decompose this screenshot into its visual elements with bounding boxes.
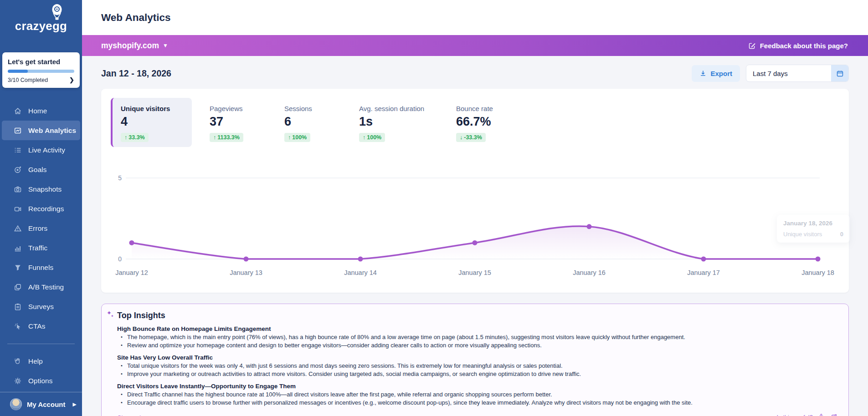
insights-footer: Change language Is this useful? (117, 413, 837, 416)
line-chart-svg: 05January 12January 13January 14January … (111, 169, 839, 282)
tooltip-series-label: Unique visitors (783, 231, 822, 238)
trend-arrow-icon: ↑ (363, 134, 365, 141)
insight-bullet: The homepage, which is the main entry po… (121, 333, 837, 341)
trend-badge: ↑100% (284, 133, 310, 142)
metric-label: Unique visitors (121, 105, 192, 112)
insight-group: Direct Visitors Leave Instantly—Opportun… (117, 383, 837, 406)
sidebar-item-home[interactable]: Home (2, 101, 80, 121)
thumbs-up-icon[interactable] (817, 413, 825, 416)
metric-pageviews[interactable]: Pageviews 37 ↑1133.3% (210, 98, 284, 147)
sidebar-item-help[interactable]: Help (2, 351, 80, 371)
metric-avg-session-duration[interactable]: Avg. session duration 1s ↑100% (359, 98, 456, 147)
calendar-icon (836, 70, 844, 77)
useful-prompt: Is this useful? (777, 414, 813, 416)
my-account-label: My Account (27, 401, 68, 408)
feedback-edit-icon (748, 42, 756, 50)
sidebar-item-label: CTAs (28, 322, 46, 330)
line-chart: 05January 12January 13January 14January … (111, 169, 839, 284)
list-icon (14, 146, 22, 154)
insights-title: Top Insights (117, 311, 837, 320)
change-language-link[interactable]: Change language (117, 414, 164, 416)
my-account[interactable]: My Account ▶ (0, 392, 82, 416)
target-icon (14, 166, 22, 174)
metric-value: 1s (359, 115, 456, 129)
sidebar-item-label: Goals (28, 166, 47, 174)
copy-icon (14, 283, 22, 291)
insight-bullet: Total unique visitors for the week was o… (121, 362, 837, 370)
home-icon (14, 107, 22, 115)
site-selector-dropdown[interactable]: myshopify.com ▼ (101, 41, 168, 51)
toolbar: Jan 12 - 18, 2026 Export Last 7 days (101, 65, 849, 82)
progress-label: 3/10 Completed (8, 77, 48, 83)
svg-text:January 13: January 13 (230, 269, 262, 276)
sidebar-item-label: Options (28, 377, 52, 385)
metric-sessions[interactable]: Sessions 6 ↑100% (284, 98, 359, 147)
crazyegg-logo[interactable]: crazyegg (0, 0, 82, 33)
svg-text:0: 0 (118, 255, 122, 263)
calendar-button[interactable] (831, 65, 848, 81)
trend-badge: ↑33.3% (121, 133, 149, 142)
svg-text:January 16: January 16 (573, 269, 606, 276)
sidebar-item-ctas[interactable]: CTAs (2, 316, 80, 336)
waving-hand-icon (14, 357, 22, 365)
sidebar-item-label: Surveys (28, 303, 54, 311)
metric-value: 6 (284, 115, 359, 129)
sidebar-item-goals[interactable]: Goals (2, 160, 80, 179)
sidebar-item-snapshots[interactable]: Snapshots (2, 179, 80, 199)
sidebar-item-label: Funnels (28, 264, 53, 272)
analytics-chart-icon (14, 127, 22, 135)
sidebar-item-recordings[interactable]: Recordings (2, 199, 80, 218)
insight-bullet: Improve your marketing or outreach activ… (121, 370, 837, 378)
sidebar-item-options[interactable]: Options (2, 371, 80, 391)
sidebar-item-traffic[interactable]: Traffic (2, 238, 80, 258)
sidebar: crazyegg Let's get started 3/10 Complete… (0, 0, 82, 416)
feedback-link[interactable]: Feedback about this page? (748, 42, 848, 50)
svg-text:January 18: January 18 (801, 269, 834, 276)
metric-value: 4 (121, 115, 192, 129)
chevron-right-icon: ▶ (73, 401, 77, 407)
trend-arrow-icon: ↑ (288, 134, 291, 141)
svg-text:January 15: January 15 (458, 269, 491, 276)
sidebar-item-live-activity[interactable]: Live Activity (2, 140, 80, 160)
export-button[interactable]: Export (692, 65, 740, 82)
camera-icon (14, 185, 22, 193)
top-insights-card: ✦✦ Top Insights High Bounce Rate on Home… (101, 304, 849, 416)
insight-group: High Bounce Rate on Homepage Limits Enga… (117, 325, 837, 349)
sidebar-item-funnels[interactable]: Funnels (2, 258, 80, 277)
sidebar-item-ab-testing[interactable]: A/B Testing (2, 277, 80, 297)
sidebar-item-web-analytics[interactable]: Web Analytics (2, 121, 80, 140)
metric-label: Avg. session duration (359, 105, 456, 112)
period-value: Last 7 days (746, 70, 831, 77)
chevron-right-icon[interactable]: ❯ (69, 76, 74, 83)
sidebar-item-errors[interactable]: Errors (2, 218, 80, 238)
sidebar-nav: Home Web Analytics Live Activity Goals S… (0, 101, 82, 391)
svg-text:January 12: January 12 (115, 269, 148, 276)
feedback-label: Feedback about this page? (760, 42, 848, 50)
date-period-select[interactable]: Last 7 days (746, 65, 849, 82)
analytics-card: Unique visitors 4 ↑33.3% Pageviews 37 ↑1… (101, 89, 849, 293)
trend-arrow-icon: ↓ (460, 134, 462, 141)
trend-badge: ↑100% (359, 133, 385, 142)
metric-unique-visitors[interactable]: Unique visitors 4 ↑33.3% (111, 98, 192, 147)
get-started-card[interactable]: Let's get started 3/10 Completed ❯ (2, 52, 80, 88)
insight-bullet: Review and optimize your homepage conten… (121, 341, 837, 350)
sidebar-item-label: Snapshots (28, 185, 62, 193)
metrics-row: Unique visitors 4 ↑33.3% Pageviews 37 ↑1… (111, 98, 839, 147)
insight-group: Site Has Very Low Overall Traffic Total … (117, 354, 837, 378)
site-bar: myshopify.com ▼ Feedback about this page… (82, 35, 868, 56)
page-header: Web Analytics (82, 0, 868, 35)
metric-bounce-rate[interactable]: Bounce rate 66.7% ↓-33.3% (456, 98, 493, 147)
clipboard-icon (14, 303, 22, 311)
sidebar-item-surveys[interactable]: Surveys (2, 297, 80, 316)
metric-label: Bounce rate (456, 105, 493, 112)
chevron-down-icon: ▼ (163, 42, 168, 49)
metric-value: 66.7% (456, 115, 493, 129)
sidebar-item-label: Live Activity (28, 146, 65, 154)
gear-icon (14, 377, 22, 385)
svg-text:January 17: January 17 (687, 269, 720, 276)
sidebar-item-label: A/B Testing (28, 283, 64, 291)
trend-badge: ↓-33.3% (456, 133, 486, 142)
avatar (10, 398, 22, 410)
thumbs-down-icon[interactable] (830, 413, 837, 416)
logo-wordmark: crazyegg (15, 19, 67, 33)
